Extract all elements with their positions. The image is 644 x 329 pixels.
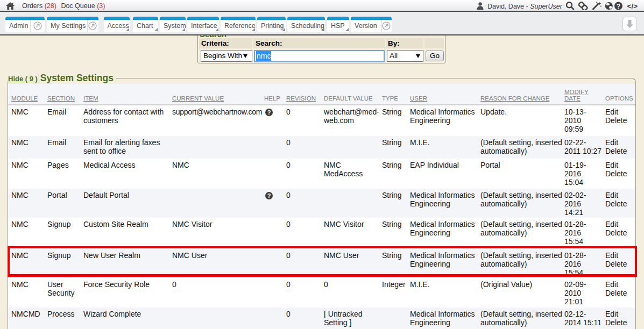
- svg-text:</>: </>: [627, 2, 638, 10]
- svg-text:?: ?: [617, 3, 620, 10]
